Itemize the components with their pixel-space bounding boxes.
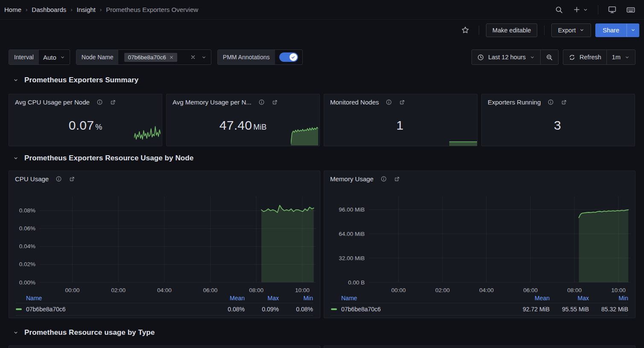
breadcrumb-dashboards[interactable]: Dashboards bbox=[32, 6, 66, 13]
series-min: 85.32 MiB bbox=[589, 306, 628, 313]
resource-chart-row: 00:0002:0004:0006:0008:0010:000.00%0.02%… bbox=[9, 171, 635, 318]
check-icon bbox=[291, 55, 296, 60]
external-link-icon bbox=[561, 99, 567, 105]
svg-text:0.02%: 0.02% bbox=[19, 261, 35, 267]
panel-title[interactable]: CPU Usage bbox=[15, 175, 49, 183]
toolbar-divider bbox=[479, 26, 479, 35]
pmm-annotations-toggle[interactable] bbox=[279, 52, 298, 62]
breadcrumb-current-page: Prometheus Exporters Overview bbox=[106, 6, 198, 13]
interval-value: Auto bbox=[43, 54, 56, 61]
panel-title[interactable]: Avg Memory Usage per N... bbox=[173, 99, 252, 106]
panel-memory-usage: 00:0002:0004:0006:0008:0010:000.00 B32.0… bbox=[324, 171, 635, 318]
svg-text:04:00: 04:00 bbox=[157, 287, 172, 293]
panel-avg-memory-usage: Avg Memory Usage per N... 47.40MiB bbox=[166, 94, 320, 146]
panel-cpu-usage: 00:0002:0004:0006:0008:0010:000.00%0.02%… bbox=[9, 171, 320, 318]
svg-text:00:00: 00:00 bbox=[65, 287, 80, 293]
series-name[interactable]: 07b6be8a70c6 bbox=[26, 306, 211, 313]
panel-avg-cpu-usage: Avg CPU Usage per Node 0.07% bbox=[9, 94, 162, 146]
legend-col-max[interactable]: Max bbox=[550, 295, 589, 302]
node-name-tag: 07b6be8a70c6 bbox=[124, 53, 177, 62]
make-editable-button[interactable]: Make editable bbox=[486, 23, 537, 37]
refresh-button[interactable]: Refresh bbox=[563, 50, 606, 64]
legend-col-name[interactable]: Name bbox=[331, 295, 510, 302]
section-exporters-summary[interactable]: Prometheus Exporters Summary bbox=[9, 76, 138, 84]
share-menu-button[interactable] bbox=[626, 23, 639, 37]
svg-text:08:00: 08:00 bbox=[567, 287, 582, 293]
svg-text:0.06%: 0.06% bbox=[19, 225, 35, 232]
breadcrumb-home[interactable]: Home bbox=[4, 6, 21, 13]
panel-title[interactable]: Avg CPU Usage per Node bbox=[15, 99, 90, 106]
panel-title[interactable]: Monitored Nodes bbox=[330, 99, 379, 106]
node-name-tag-value: 07b6be8a70c6 bbox=[128, 54, 166, 61]
node-name-select[interactable]: 07b6be8a70c6 bbox=[118, 50, 211, 64]
panel-info-button[interactable] bbox=[381, 176, 387, 182]
series-color-swatch bbox=[16, 308, 22, 310]
panel-external-link-button[interactable] bbox=[69, 176, 75, 182]
make-editable-label: Make editable bbox=[492, 27, 531, 34]
next-panel-row bbox=[9, 345, 635, 348]
clear-selection-icon[interactable] bbox=[190, 54, 196, 60]
panel-external-link-button[interactable] bbox=[394, 176, 400, 182]
svg-text:08:00: 08:00 bbox=[249, 287, 263, 293]
node-name-label: Node Name bbox=[76, 50, 119, 64]
stat-unit: MiB bbox=[253, 123, 266, 131]
panel-info-button[interactable] bbox=[97, 99, 103, 105]
navbar-divider bbox=[598, 5, 598, 14]
chevron-down-icon bbox=[13, 330, 19, 336]
panel-external-link-button[interactable] bbox=[561, 99, 567, 105]
legend-col-min[interactable]: Min bbox=[589, 295, 628, 302]
pmm-annotations-label: PMM Annotations bbox=[218, 50, 275, 64]
panel-info-button[interactable] bbox=[258, 99, 265, 105]
keyboard-shortcuts-button[interactable] bbox=[624, 3, 638, 17]
panel-info-button[interactable] bbox=[56, 176, 62, 182]
panel-external-link-button[interactable] bbox=[110, 99, 116, 105]
legend-col-mean[interactable]: Mean bbox=[510, 295, 550, 302]
zoom-out-button[interactable] bbox=[541, 50, 558, 64]
svg-text:32.00 MiB: 32.00 MiB bbox=[339, 255, 365, 261]
memory-usage-legend: NameMeanMaxMin07b6be8a70c692.72 MiB95.55… bbox=[331, 293, 628, 316]
legend-header: NameMeanMaxMin bbox=[16, 293, 313, 303]
chevron-down-icon bbox=[630, 27, 636, 33]
legend-col-min[interactable]: Min bbox=[279, 295, 313, 302]
share-button[interactable]: Share bbox=[595, 23, 626, 37]
svg-text:02:00: 02:00 bbox=[435, 287, 450, 293]
external-link-icon bbox=[272, 99, 278, 105]
export-button[interactable]: Export bbox=[551, 23, 591, 37]
series-max: 0.09% bbox=[245, 306, 279, 313]
info-icon bbox=[56, 176, 62, 182]
time-range-picker[interactable]: Last 12 hours bbox=[472, 50, 540, 64]
stat-unit: % bbox=[95, 123, 102, 131]
svg-text:06:00: 06:00 bbox=[523, 287, 538, 293]
svg-text:64.00 MiB: 64.00 MiB bbox=[339, 231, 365, 237]
series-name[interactable]: 07b6be8a70c6 bbox=[341, 306, 510, 313]
summary-stat-row: Avg CPU Usage per Node 0.07% Avg Memory … bbox=[9, 94, 635, 146]
svg-text:02:00: 02:00 bbox=[111, 287, 126, 293]
panel-external-link-button[interactable] bbox=[399, 99, 405, 105]
panel-external-link-button[interactable] bbox=[272, 99, 278, 105]
svg-text:00:00: 00:00 bbox=[391, 287, 406, 293]
panel-title[interactable]: Memory Usage bbox=[330, 175, 374, 183]
refresh-interval-select[interactable]: 1m bbox=[607, 50, 635, 64]
kiosk-mode-button[interactable] bbox=[605, 3, 619, 17]
breadcrumb-insight[interactable]: Insight bbox=[77, 6, 96, 13]
new-menu-button[interactable] bbox=[570, 3, 591, 16]
legend-col-name[interactable]: Name bbox=[16, 295, 211, 302]
panel-info-button[interactable] bbox=[547, 99, 554, 105]
section-resource-usage-by-type[interactable]: Prometheus Resource usage by Type bbox=[9, 328, 155, 337]
favorite-button[interactable] bbox=[459, 23, 472, 37]
legend-col-max[interactable]: Max bbox=[245, 295, 279, 302]
interval-select[interactable]: Auto bbox=[39, 50, 70, 64]
section-resource-usage-by-node[interactable]: Prometheus Exporters Resource Usage by N… bbox=[9, 154, 193, 162]
svg-text:10:00: 10:00 bbox=[295, 287, 310, 293]
panel-title[interactable]: Exporters Running bbox=[488, 99, 541, 106]
keyboard-icon bbox=[626, 5, 635, 14]
monitor-icon bbox=[608, 5, 617, 14]
stat-sparkline bbox=[134, 126, 161, 145]
stat-number: 1 bbox=[396, 118, 404, 132]
info-icon bbox=[386, 99, 392, 105]
legend-col-mean[interactable]: Mean bbox=[211, 295, 245, 302]
remove-tag-icon[interactable] bbox=[169, 55, 174, 60]
panel-info-button[interactable] bbox=[386, 99, 392, 105]
search-button[interactable] bbox=[552, 3, 566, 17]
svg-text:0.04%: 0.04% bbox=[19, 243, 35, 249]
